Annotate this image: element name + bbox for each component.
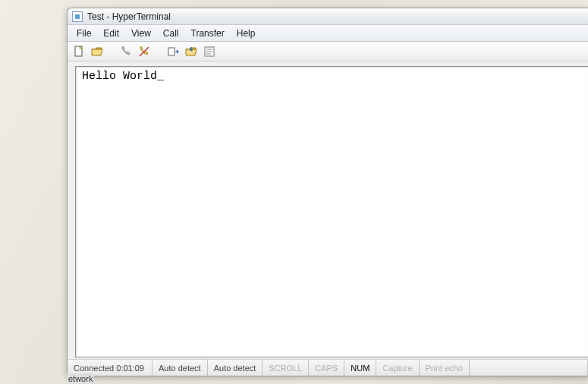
status-scroll: SCROLL	[263, 360, 309, 376]
status-autodetect-2: Auto detect	[208, 360, 263, 376]
hyperterminal-window: Test - HyperTerminal File Edit View Call…	[67, 8, 588, 376]
toolbar	[68, 42, 588, 61]
status-spacer	[470, 360, 588, 376]
window-title: Test - HyperTerminal	[87, 11, 171, 22]
menu-help[interactable]: Help	[231, 27, 262, 40]
status-capture: Capture	[376, 360, 419, 376]
menubar: File Edit View Call Transfer Help	[68, 25, 588, 42]
call-phone-icon[interactable]	[119, 45, 133, 58]
app-icon	[72, 11, 83, 22]
svg-rect-3	[168, 48, 175, 55]
statusbar: Connected 0:01:09 Auto detect Auto detec…	[68, 359, 588, 376]
status-caps: CAPS	[309, 360, 344, 376]
terminal-output[interactable]: Hello World_	[75, 66, 588, 357]
menu-file[interactable]: File	[71, 27, 97, 40]
terminal-area: Hello World_	[68, 61, 588, 359]
new-file-icon[interactable]	[72, 45, 86, 58]
menu-transfer[interactable]: Transfer	[185, 27, 231, 40]
status-printecho: Print echo	[420, 360, 470, 376]
taskbar-fragment: etwork	[67, 373, 94, 384]
send-file-icon[interactable]	[166, 45, 180, 58]
open-folder-icon[interactable]	[90, 45, 104, 58]
titlebar[interactable]: Test - HyperTerminal	[68, 8, 588, 25]
menu-view[interactable]: View	[125, 27, 157, 40]
status-num: NUM	[344, 360, 376, 376]
status-autodetect-1: Auto detect	[153, 360, 208, 376]
receive-file-icon[interactable]	[184, 45, 198, 58]
properties-icon[interactable]	[203, 45, 216, 58]
disconnect-phone-icon[interactable]	[137, 45, 151, 58]
menu-edit[interactable]: Edit	[97, 27, 125, 40]
menu-call[interactable]: Call	[157, 27, 185, 40]
